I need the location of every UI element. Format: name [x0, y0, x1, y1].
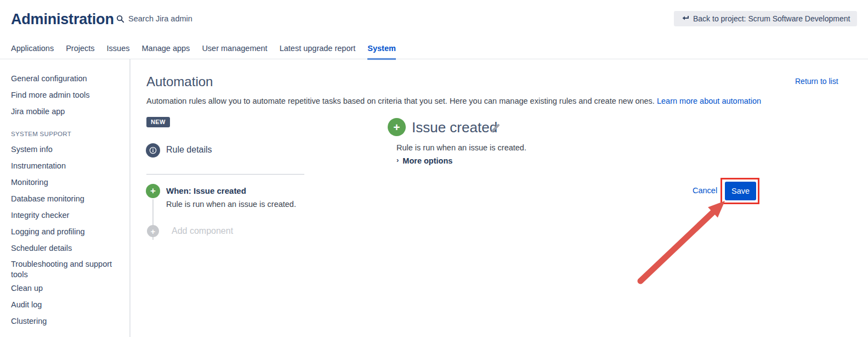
admin-search-input[interactable]: Search Jira admin [116, 14, 192, 23]
learn-more-link[interactable]: Learn more about automation [657, 97, 761, 105]
sidebar-item-clustering[interactable]: Clustering [11, 316, 121, 327]
when-step-subtitle: Rule is run when an issue is created. [166, 200, 296, 209]
sidebar-item-troubleshooting-and-support-tools[interactable]: Troubleshooting and support tools [11, 259, 121, 280]
system-sidebar: General configuration Find more admin to… [0, 59, 131, 337]
more-options-toggle[interactable]: › More options [396, 156, 452, 165]
sidebar-item-find-more-admin-tools[interactable]: Find more admin tools [11, 90, 121, 100]
rule-panel-divider [146, 174, 304, 175]
when-trigger-plus-icon: + [146, 184, 160, 198]
sidebar-item-clean-up[interactable]: Clean up [11, 283, 121, 294]
page-description: Automation rules allow you to automate r… [146, 97, 761, 105]
add-component-plus-icon: + [147, 225, 159, 237]
chevron-right-icon: › [396, 156, 399, 164]
tab-system[interactable]: System [367, 44, 396, 60]
page-title: Automation [146, 74, 213, 89]
rule-name-heading: Issue created [412, 119, 497, 136]
sidebar-item-integrity-checker[interactable]: Integrity checker [11, 210, 121, 221]
info-icon [146, 143, 160, 158]
tab-applications[interactable]: Applications [11, 44, 54, 60]
rule-subtitle: Rule is run when an issue is created. [396, 143, 526, 152]
sidebar-item-scheduler-details[interactable]: Scheduler details [11, 243, 121, 254]
back-button-label: Back to project: Scrum Software Developm… [693, 14, 850, 23]
search-placeholder: Search Jira admin [128, 14, 192, 23]
page-description-text: Automation rules allow you to automate r… [146, 97, 657, 105]
when-step-title[interactable]: When: Issue created [166, 186, 246, 195]
tab-issues[interactable]: Issues [107, 44, 130, 60]
cancel-button[interactable]: Cancel [693, 186, 717, 195]
sidebar-item-system-info[interactable]: System info [11, 144, 121, 155]
rule-trigger-plus-icon: + [388, 118, 406, 136]
tab-manage-apps[interactable]: Manage apps [142, 44, 190, 60]
tab-latest-upgrade-report[interactable]: Latest upgrade report [280, 44, 356, 60]
sidebar-item-monitoring[interactable]: Monitoring [11, 177, 121, 188]
more-options-label: More options [402, 156, 452, 165]
return-to-list-link[interactable]: Return to list [795, 77, 838, 86]
tab-projects[interactable]: Projects [66, 44, 94, 60]
tab-user-management[interactable]: User management [202, 44, 267, 60]
rule-details-label[interactable]: Rule details [166, 145, 212, 155]
add-component-button[interactable]: Add component [172, 226, 233, 236]
sidebar-item-jira-mobile-app[interactable]: Jira mobile app [11, 106, 121, 117]
new-badge: NEW [146, 117, 170, 127]
edit-pencil-icon[interactable] [490, 123, 501, 136]
annotation-arrow [631, 195, 740, 288]
sidebar-item-database-monitoring[interactable]: Database monitoring [11, 194, 121, 204]
sidebar-item-audit-log[interactable]: Audit log [11, 300, 121, 310]
back-to-project-button[interactable]: Back to project: Scrum Software Developm… [674, 11, 857, 26]
annotation-highlight-rectangle [721, 178, 759, 204]
search-icon [116, 15, 124, 23]
sidebar-item-general-configuration[interactable]: General configuration [11, 74, 121, 84]
sidebar-item-instrumentation[interactable]: Instrumentation [11, 161, 121, 171]
admin-nav: Applications Projects Issues Manage apps… [11, 44, 396, 60]
back-arrow-icon [681, 15, 689, 22]
sidebar-section-system-support: SYSTEM SUPPORT [11, 131, 71, 137]
jira-admin-page: Administration Search Jira admin Back to… [0, 0, 868, 337]
sidebar-item-logging-and-profiling[interactable]: Logging and profiling [11, 227, 121, 237]
app-title: Administration [11, 11, 114, 28]
